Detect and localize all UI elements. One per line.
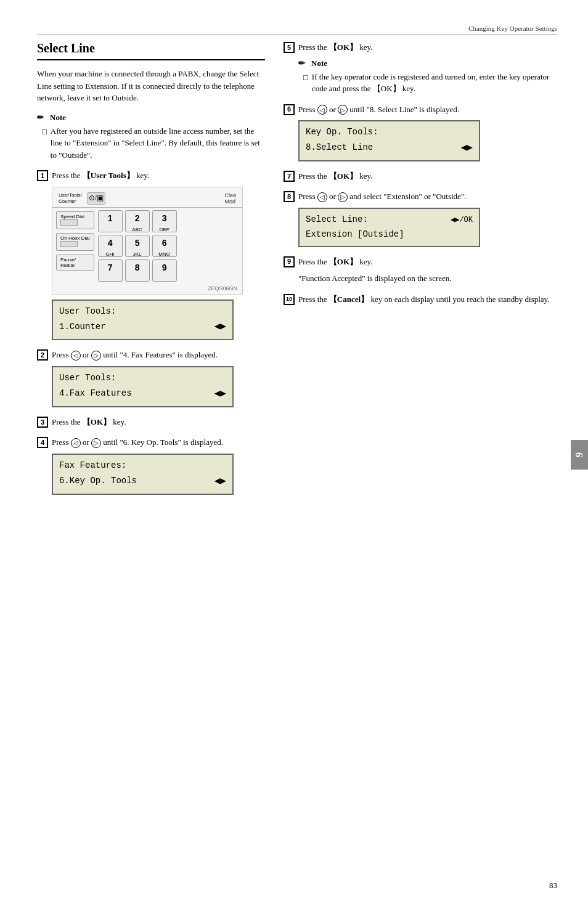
step-2-text: Press ◁ or ▷ until "4. Fax Features" is … [52,349,265,361]
note-right-item: If the key operator code is registered a… [298,71,557,95]
intro-text: When your machine is connected through a… [37,68,265,104]
lcd5-line1: Select Line: ◀▶/OK [306,213,473,227]
step-10-num: 10 [284,294,295,305]
btn-5: 5JKL [125,235,150,257]
step-10: 10 Press the 【Cancel】 key on each displa… [284,293,557,306]
step-10-text: Press the 【Cancel】 key on each display u… [298,293,557,306]
step-3-num: 3 [37,417,48,428]
note-right-title: Note [298,59,557,68]
btn-1: 1 [98,210,123,232]
lcd-screen-3: Fax Features: 6.Key Op. Tools ◀▶ [52,454,234,495]
btn-6: 6MNO [152,235,177,257]
panel-main: Speed Dial On Hook Dial Pause/Redial 1 2… [52,208,242,284]
step-1-num: 1 [37,170,48,181]
lcd-screen-5: Select Line: ◀▶/OK Extension [Outside] [298,208,480,247]
lcd-screen-2: User Tools: 4.Fax Features ◀▶ [52,366,234,407]
step-5-num: 5 [284,42,295,53]
machine-image: UserTools/Counter ⊙/▣ CleaMod Speed Dial… [52,187,243,295]
step-5: 5 Press the 【OK】 key. Note If the key op… [284,41,557,95]
step-6-text: Press ◁ or ▷ until "8. Select Line" is d… [298,104,557,116]
step-6-header: 6 Press ◁ or ▷ until "8. Select Line" is… [284,104,557,116]
step-4-text: Press ◁ or ▷ until "6. Key Op. Tools" is… [52,436,265,449]
step-4: 4 Press ◁ or ▷ until "6. Key Op. Tools" … [37,436,265,494]
lcd-screen-4: Key Op. Tools: 8.Select Line ◀▶ [298,120,480,161]
lcd4-arrow: ◀▶ [461,140,473,157]
btn-7: 7 [98,259,123,282]
step-2-header: 2 Press ◁ or ▷ until "4. Fax Features" i… [37,349,265,361]
pause-btn: Pause/Redial [56,255,94,271]
step-9: 9 Press the 【OK】 key. "Function Accepted… [284,256,557,285]
section-title: Select Line [37,41,265,60]
lcd5-right: ◀▶/OK [451,214,473,226]
step-3-text: Press the 【OK】 key. [52,416,265,428]
lcd2-arrow: ◀▶ [214,386,226,402]
page-number: 83 [549,881,557,891]
step-8-header: 8 Press ◁ or ▷ and select "Extension" or… [284,190,557,203]
machine-panel: UserTools/Counter ⊙/▣ CleaMod Speed Dial… [52,187,242,294]
lcd3-line2: 6.Key Op. Tools ◀▶ [59,473,226,490]
step-4-header: 4 Press ◁ or ▷ until "6. Key Op. Tools" … [37,436,265,449]
step-6-num: 6 [284,104,295,115]
left-column: Select Line When your machine is connect… [37,41,265,503]
step-8-num: 8 [284,191,295,202]
btn-3: 3DEF [152,210,177,232]
note-left-title: Note [37,113,265,123]
lcd4-line2: 8.Select Line ◀▶ [306,140,473,157]
lcd1-line1: User Tools: [59,304,226,319]
step-3: 3 Press the 【OK】 key. [37,416,265,428]
note-right-icon [298,59,308,68]
side-tab: 6 [571,440,588,470]
note-left-item: After you have registered an outside lin… [37,125,265,161]
step-1-text: Press the 【User Tools】 key. [52,169,265,182]
speed-dial-btn: Speed Dial [56,211,94,229]
step-7-header: 7 Press the 【OK】 key. [284,170,557,182]
lcd3-arrow: ◀▶ [214,473,226,490]
step-5-text: Press the 【OK】 key. [298,41,557,54]
step-8-text: Press ◁ or ▷ and select "Extension" or "… [298,190,557,203]
step-8: 8 Press ◁ or ▷ and select "Extension" or… [284,190,557,247]
step-3-header: 3 Press the 【OK】 key. [37,416,265,428]
step-2-num: 2 [37,349,48,361]
step-2: 2 Press ◁ or ▷ until "4. Fax Features" i… [37,349,265,407]
page-header: Changing Key Operator Settings [37,25,557,35]
note-left: Note After you have registered an outsid… [37,113,265,161]
right-column: 5 Press the 【OK】 key. Note If the key op… [284,41,557,503]
note-icon [37,113,47,123]
step-9-text: Press the 【OK】 key. [298,256,557,268]
panel-top: UserTools/Counter ⊙/▣ CleaMod [52,187,242,208]
number-grid: 1 2ABC 3DEF 4GHI 5JKL 6MNO 7 8 9 [98,210,177,282]
step-7-num: 7 [284,171,295,182]
step-7-text: Press the 【OK】 key. [298,170,557,182]
lcd4-line1: Key Op. Tools: [306,125,473,140]
image-label: ZEQS06GN [208,285,237,291]
btn-8: 8 [125,259,150,282]
step-5-header: 5 Press the 【OK】 key. [284,41,557,54]
step-9-sub: "Function Accepted" is displayed on the … [298,272,557,285]
usertool-label: UserTools/Counter [59,192,82,204]
step-1-header: 1 Press the 【User Tools】 key. [37,169,265,182]
step-10-header: 10 Press the 【Cancel】 key on each displa… [284,293,557,306]
header-title: Changing Key Operator Settings [468,25,557,32]
page-container: Changing Key Operator Settings Select Li… [0,0,588,909]
lcd2-line2: 4.Fax Features ◀▶ [59,386,226,402]
clear-mode-label: CleaMod [224,192,236,205]
panel-icon: ⊙/▣ [87,192,105,205]
btn-4: 4GHI [98,235,123,257]
note-right: Note If the key operator code is registe… [298,59,557,95]
lcd2-line1: User Tools: [59,371,226,386]
step-9-num: 9 [284,256,295,267]
lcd3-line1: Fax Features: [59,459,226,473]
step-4-num: 4 [37,437,48,448]
step-7: 7 Press the 【OK】 key. [284,170,557,182]
side-buttons: Speed Dial On Hook Dial Pause/Redial [56,211,94,282]
on-hook-btn: On Hook Dial [56,233,94,251]
lcd-screen-1: User Tools: 1.Counter ◀▶ [52,300,234,341]
step-1: 1 Press the 【User Tools】 key. UserTools/… [37,169,265,340]
step-6: 6 Press ◁ or ▷ until "8. Select Line" is… [284,104,557,161]
btn-2: 2ABC [125,210,150,232]
lcd1-line2: 1.Counter ◀▶ [59,319,226,335]
lcd5-line2: Extension [Outside] [306,227,473,242]
lcd1-arrow: ◀▶ [214,319,226,335]
step-9-header: 9 Press the 【OK】 key. [284,256,557,268]
btn-9: 9 [152,259,177,282]
